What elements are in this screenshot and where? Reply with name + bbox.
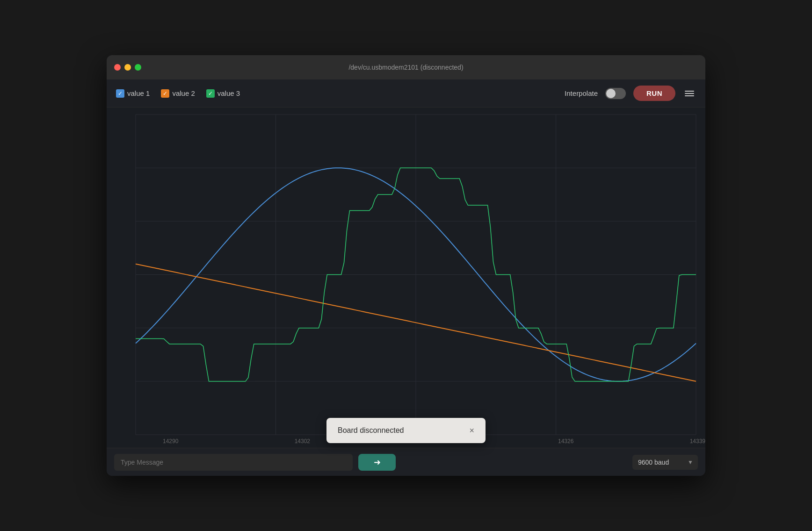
- legend-label-value2: value 2: [172, 89, 195, 97]
- toolbar-right: Interpolate RUN: [565, 86, 696, 101]
- titlebar: /dev/cu.usbmodem2101 (disconnected): [107, 55, 705, 79]
- run-button[interactable]: RUN: [633, 86, 675, 101]
- app-window: /dev/cu.usbmodem2101 (disconnected) ✓ va…: [107, 55, 705, 476]
- send-button[interactable]: ➜: [358, 454, 396, 471]
- interpolate-toggle[interactable]: [605, 88, 626, 99]
- interpolate-label: Interpolate: [565, 89, 598, 97]
- send-icon: ➜: [374, 457, 381, 467]
- checkbox-value3[interactable]: ✓: [206, 89, 215, 98]
- legend-item-value2[interactable]: ✓ value 2: [161, 89, 195, 98]
- legend-label-value1: value 1: [127, 89, 150, 97]
- toggle-knob: [606, 89, 616, 98]
- window-title: /dev/cu.usbmodem2101 (disconnected): [348, 64, 463, 71]
- chart-area: 1.5 1.0 0.5 0 -0.5 -1.0 -1.5 14290 14302…: [107, 108, 705, 448]
- toast-notification: Board disconnected ×: [326, 418, 486, 443]
- menu-icon[interactable]: [683, 89, 696, 98]
- traffic-lights: [114, 64, 141, 71]
- menu-line-3: [685, 95, 694, 96]
- maximize-button[interactable]: [135, 64, 141, 71]
- x-label-3: 14326: [558, 438, 573, 445]
- checkbox-value2[interactable]: ✓: [161, 89, 169, 98]
- menu-line-1: [685, 91, 694, 92]
- menu-line-2: [685, 93, 694, 94]
- baud-wrapper: 300 baud1200 baud2400 baud4800 baud9600 …: [632, 455, 698, 470]
- legend-item-value1[interactable]: ✓ value 1: [116, 89, 150, 98]
- toast-message: Board disconnected: [338, 426, 460, 435]
- bottom-bar: ➜ 300 baud1200 baud2400 baud4800 baud960…: [107, 448, 705, 476]
- baud-select[interactable]: 300 baud1200 baud2400 baud4800 baud9600 …: [632, 455, 698, 470]
- minimize-button[interactable]: [124, 64, 131, 71]
- close-button[interactable]: [114, 64, 121, 71]
- message-input[interactable]: [114, 454, 353, 471]
- x-label-4: 14339: [690, 438, 705, 445]
- x-label-0: 14290: [163, 438, 178, 445]
- legend-item-value3[interactable]: ✓ value 3: [206, 89, 240, 98]
- toolbar: ✓ value 1 ✓ value 2 ✓ value 3 Interpolat…: [107, 79, 705, 108]
- x-label-1: 14302: [295, 438, 310, 445]
- legend-label-value3: value 3: [218, 89, 240, 97]
- toast-close-button[interactable]: ×: [469, 426, 474, 435]
- checkbox-value1[interactable]: ✓: [116, 89, 124, 98]
- chart-canvas: [107, 108, 705, 448]
